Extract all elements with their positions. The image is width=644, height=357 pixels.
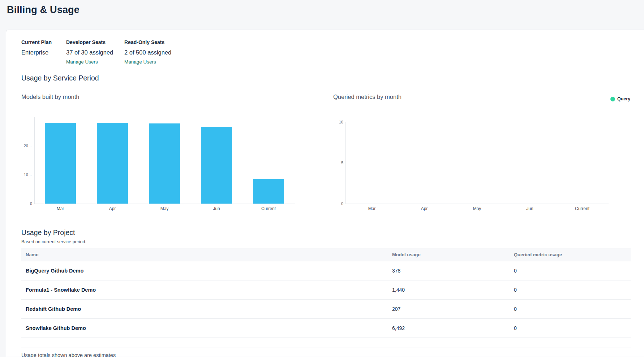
bar-may [149, 123, 180, 204]
x-tick-label: Apr [93, 206, 132, 211]
queried-usage-cell: 0 [510, 287, 631, 293]
table-row: BigQuery Github Demo 378 0 [21, 261, 631, 280]
models-chart-title: Models built by month [21, 93, 80, 100]
bar-current [253, 179, 284, 204]
billing-card: Current Plan Enterprise Developer Seats … [6, 30, 644, 357]
readonly-seats-value: 2 of 500 assigned [124, 49, 171, 56]
developer-seats-value: 37 of 30 assigned [66, 49, 113, 56]
bar-mar [45, 123, 76, 204]
table-empty-row [21, 338, 631, 348]
y-tick-label: 5 [327, 161, 343, 165]
column-header-name: Name [21, 252, 388, 257]
current-plan-value: Enterprise [21, 49, 52, 56]
query-legend-dot-icon [610, 97, 615, 101]
bar-jun [201, 127, 232, 204]
x-tick-label: Apr [404, 206, 444, 211]
queried-usage-cell: 0 [510, 306, 631, 312]
service-period-heading: Usage by Service Period [21, 74, 99, 82]
y-tick-label: 0 [16, 201, 32, 206]
column-header-model-usage: Model usage [388, 252, 510, 257]
x-tick-label: Jun [197, 206, 236, 211]
developer-seats-label: Developer Seats [66, 39, 113, 45]
usage-by-project-table: Name Model usage Queried metric usage Bi… [21, 248, 631, 348]
usage-table-body: BigQuery Github Demo 378 0 Formula1 - Sn… [21, 261, 631, 338]
queried-usage-cell: 0 [510, 268, 631, 274]
project-name-cell: Redshift Github Demo [21, 306, 388, 312]
column-header-queried-usage: Queried metric usage [510, 252, 631, 257]
y-axis-line [34, 117, 35, 204]
table-header-row: Name Model usage Queried metric usage [21, 248, 631, 261]
x-tick-label: Mar [40, 206, 80, 211]
y-tick-label: 10 [327, 120, 343, 124]
x-tick-label: Mar [352, 206, 392, 211]
x-tick-label: Current [249, 206, 288, 211]
y-tick-label: 20… [16, 144, 32, 148]
x-tick-label: May [145, 206, 184, 211]
developer-seats-block: Developer Seats 37 of 30 assigned Manage… [66, 39, 113, 65]
usage-estimates-note: Usage totals shown above are estimates [21, 352, 116, 357]
page-title: Billing & Usage [7, 4, 80, 16]
query-legend-label: Query [617, 96, 630, 101]
bar-apr [97, 123, 128, 204]
readonly-seats-block: Read-Only Seats 2 of 500 assigned Manage… [124, 39, 171, 65]
queried-usage-cell: 0 [510, 325, 631, 331]
model-usage-cell: 378 [388, 268, 510, 274]
project-subtitle: Based on current service period. [21, 239, 86, 244]
x-tick-label: May [457, 206, 497, 211]
project-heading: Usage by Project [21, 228, 75, 237]
project-name-cell: BigQuery Github Demo [21, 268, 388, 274]
x-tick-label: Jun [510, 206, 550, 211]
y-axis-line [345, 122, 346, 204]
project-name-cell: Formula1 - Snowflake Demo [21, 287, 388, 293]
manage-users-link-developer[interactable]: Manage Users [66, 59, 98, 65]
query-legend: Query [610, 96, 630, 101]
queried-chart-title: Queried metrics by month [333, 93, 402, 100]
x-axis-line [345, 204, 609, 204]
project-name-cell: Snowflake Github Demo [21, 325, 388, 331]
readonly-seats-label: Read-Only Seats [124, 39, 171, 45]
table-row: Snowflake Github Demo 6,492 0 [21, 319, 631, 338]
y-tick-label: 10… [16, 173, 32, 177]
x-axis-line [34, 204, 295, 204]
table-row: Formula1 - Snowflake Demo 1,440 0 [21, 280, 631, 300]
model-usage-cell: 207 [388, 306, 510, 312]
model-usage-cell: 6,492 [388, 325, 510, 331]
current-plan-label: Current Plan [21, 39, 52, 45]
x-tick-label: Current [562, 206, 602, 211]
model-usage-cell: 1,440 [388, 287, 510, 293]
y-tick-label: 0 [327, 201, 343, 206]
manage-users-link-readonly[interactable]: Manage Users [124, 59, 156, 65]
current-plan-block: Current Plan Enterprise [21, 39, 52, 56]
table-row: Redshift Github Demo 207 0 [21, 300, 631, 319]
